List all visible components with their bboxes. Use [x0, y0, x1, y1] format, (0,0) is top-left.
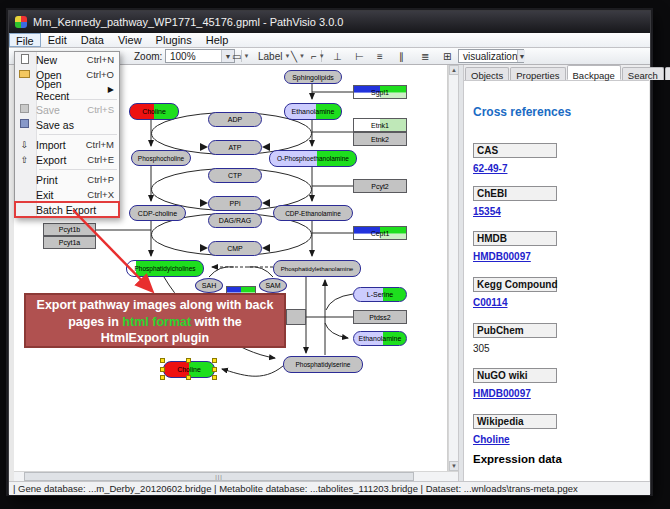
save-icon — [20, 104, 29, 113]
pathway-node-etnk1[interactable]: Etnk1 — [353, 118, 407, 132]
pathway-node-sam[interactable]: SAM — [259, 278, 287, 293]
zoom-label: Zoom: — [134, 51, 162, 62]
connector-tool-dropdown[interactable]: ⌐▼ — [307, 49, 329, 63]
file-menu-dropdown: NewCtrl+NOpenCtrl+OOpen Recent▶SaveCtrl+… — [14, 51, 120, 218]
file-menu-item-batch-export[interactable]: Batch Export — [15, 202, 119, 217]
pathway-node-ethanolamine[interactable]: Ethanolamine — [353, 331, 407, 346]
xref-value-cas[interactable]: 62-49-7 — [473, 163, 507, 174]
line-tool-dropdown[interactable]: ╲▼ — [287, 49, 309, 63]
file-menu-item-save-as[interactable]: Save as — [15, 117, 119, 132]
pathway-node-pcyt1a[interactable]: Pcyt1a — [43, 236, 96, 249]
tab-objects[interactable]: Objects — [465, 67, 509, 80]
copy-icon[interactable]: ⊞ — [439, 49, 455, 63]
scrollbar-thumb[interactable]: ||| — [24, 472, 414, 481]
menu-item-shortcut: Ctrl+E — [87, 154, 114, 165]
export-icon: ⇧ — [18, 155, 31, 165]
pathway-node-pcyt1b[interactable]: Pcyt1b — [43, 223, 96, 236]
selection-handle[interactable] — [160, 375, 165, 380]
selection-handle[interactable] — [186, 375, 191, 380]
pathway-node-dag-rag[interactable]: DAG/RAG — [208, 213, 262, 228]
pathway-node-cept1[interactable]: Cept1 — [353, 226, 407, 240]
pathway-node-phosphatidylethanolamine[interactable]: Phosphatidylethanolamine — [273, 260, 361, 277]
menubar-item-help[interactable]: Help — [199, 33, 236, 47]
zoom-combobox[interactable]: 100% ▼ — [165, 49, 235, 63]
file-menu-item-exit[interactable]: ExitCtrl+X — [15, 187, 119, 202]
canvas-horizontal-scrollbar[interactable]: ||| — [14, 471, 458, 481]
xref-value-nugo-wiki[interactable]: HMDB00097 — [473, 388, 531, 399]
pathway-node-adp[interactable]: ADP — [208, 112, 262, 127]
pathway-node-sphingolipids[interactable]: Sphingolipids — [284, 70, 342, 84]
pathway-node-phosphocholine[interactable]: Phosphocholine — [131, 150, 191, 166]
menu-bar: FileEditDataViewPluginsHelp — [9, 33, 650, 48]
menubar-item-data[interactable]: Data — [74, 33, 111, 47]
menu-item-label: Open Recent — [36, 78, 98, 102]
tab-legend[interactable]: Legend — [665, 67, 670, 80]
tab-search[interactable]: Search — [622, 67, 664, 80]
selection-handle[interactable] — [212, 367, 217, 372]
xref-value-kegg-compound[interactable]: C00114 — [473, 297, 507, 308]
selection-handle[interactable] — [186, 358, 191, 363]
pathway-node-ptdss2[interactable]: Ptdss2 — [353, 310, 407, 324]
pathway-node-ppi[interactable]: PPi — [208, 196, 262, 211]
file-menu-item-open-recent[interactable]: Open Recent▶ — [15, 82, 119, 97]
selection-handle[interactable] — [160, 367, 165, 372]
pathway-node-cdp-ethanolamine[interactable]: CDP-Ethanolamine — [273, 205, 353, 221]
file-menu-item-import[interactable]: ⇩ImportCtrl+M — [15, 137, 119, 152]
align-center-x-icon[interactable]: ⊥ — [329, 49, 346, 63]
datanode-template-dropdown[interactable]: ▭▼ — [228, 49, 253, 63]
menubar-item-file[interactable]: File — [9, 33, 41, 47]
chevron-down-icon[interactable]: ▼ — [517, 50, 525, 62]
xref-value-chebi[interactable]: 15354 — [473, 206, 501, 217]
file-menu-item-print[interactable]: PrintCtrl+P — [15, 172, 119, 187]
print-icon[interactable]: ≣ — [417, 49, 433, 63]
pathway-node-ethanolamine[interactable]: Ethanolamine — [284, 103, 342, 120]
zoom-value: 100% — [170, 51, 196, 62]
pathway-node-phosphatidylserine[interactable]: Phosphatidylserine — [283, 356, 363, 373]
pathway-node-atp[interactable]: ATP — [208, 140, 262, 155]
menu-item-shortcut: Ctrl+X — [87, 189, 114, 200]
sidebar-tabs: ObjectsPropertiesBackpageSearchLegend — [464, 65, 649, 81]
pathway-node-unlabeled[interactable] — [286, 309, 306, 325]
selection-handle[interactable] — [212, 358, 217, 363]
menubar-item-plugins[interactable]: Plugins — [149, 33, 199, 47]
selection-handle[interactable] — [212, 375, 217, 380]
menubar-item-edit[interactable]: Edit — [41, 33, 74, 47]
pathway-node-etnk2[interactable]: Etnk2 — [353, 132, 407, 146]
pathway-node-cmp[interactable]: CMP — [208, 241, 262, 256]
tab-backpage[interactable]: Backpage — [567, 65, 621, 80]
pathway-node-sah[interactable]: SAH — [195, 278, 223, 293]
file-menu-item-new[interactable]: NewCtrl+N — [15, 52, 119, 67]
pathway-node-choline[interactable]: Choline — [129, 103, 179, 120]
xref-source-hmdb: HMDB — [473, 231, 557, 246]
menu-item-shortcut: Ctrl+M — [86, 139, 114, 150]
title-bar[interactable]: Mm_Kennedy_pathway_WP1771_45176.gpml - P… — [9, 11, 650, 33]
common-width-icon[interactable]: ≡ — [373, 49, 387, 63]
file-menu-item-save[interactable]: SaveCtrl+S — [15, 102, 119, 117]
file-menu-item-export[interactable]: ⇧ExportCtrl+E — [15, 152, 119, 167]
pathway-node-sgpl1[interactable]: Sgpl1 — [353, 85, 407, 99]
pathway-node-phosphatidylcholines[interactable]: Phosphatidylcholines — [126, 260, 204, 277]
canvas-vertical-scrollbar[interactable]: ▲ ▼ — [448, 65, 458, 471]
menu-item-label: Exit — [36, 189, 82, 201]
menu-item-label: Save — [36, 104, 82, 116]
pathway-node-cdp-choline[interactable]: CDP-choline — [129, 205, 186, 221]
xref-value-hmdb[interactable]: HMDB00097 — [473, 251, 531, 262]
xref-source-chebi: ChEBI — [473, 186, 557, 201]
annotation-callout: Export pathway images along with back pa… — [24, 293, 286, 348]
xref-source-wikipedia: Wikipedia — [473, 414, 557, 429]
pathway-node-pcyt2[interactable]: Pcyt2 — [353, 179, 407, 193]
selection-handle[interactable] — [160, 358, 165, 363]
menubar-item-view[interactable]: View — [111, 33, 149, 47]
pathway-node-l-serine[interactable]: L-Serine — [353, 287, 407, 302]
common-height-icon[interactable]: ∥ — [395, 49, 408, 63]
tab-properties[interactable]: Properties — [510, 67, 565, 80]
visualization-value: visualization — [463, 51, 517, 62]
align-center-y-icon[interactable]: ⊢ — [351, 49, 368, 63]
pathway-node-o-phosphoethanolamine[interactable]: O-Phosphoethanolamine — [269, 150, 357, 167]
visualization-combobox[interactable]: visualization ▼ — [458, 49, 524, 63]
menu-item-label: Batch Export — [36, 204, 109, 216]
pathway-node-ctp[interactable]: CTP — [208, 168, 262, 183]
import-icon: ⇩ — [18, 140, 31, 150]
xref-value-wikipedia[interactable]: Choline — [473, 434, 510, 445]
app-window: Mm_Kennedy_pathway_WP1771_45176.gpml - P… — [8, 10, 651, 494]
